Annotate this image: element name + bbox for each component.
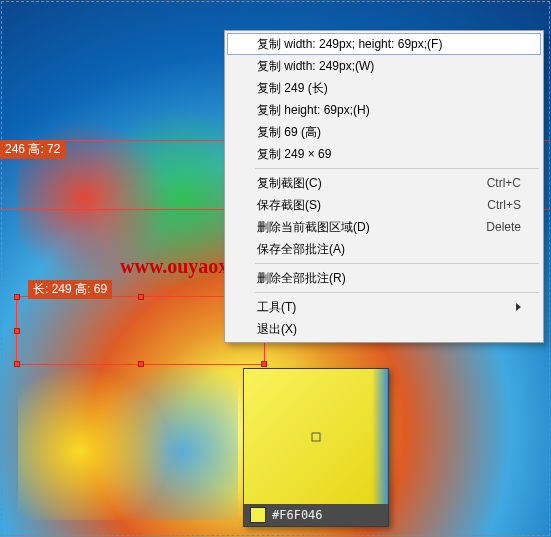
- menu-save-shot[interactable]: 保存截图(S)Ctrl+S: [227, 194, 541, 216]
- color-swatch: [250, 507, 266, 523]
- menu-copy-shot[interactable]: 复制截图(C)Ctrl+C: [227, 172, 541, 194]
- menu-copy-height[interactable]: 复制 height: 69px;(H): [227, 99, 541, 121]
- menu-save-all-annot[interactable]: 保存全部批注(A): [227, 238, 541, 260]
- menu-tools[interactable]: 工具(T): [227, 296, 541, 318]
- menu-exit[interactable]: 退出(X): [227, 318, 541, 340]
- menu-separator: [255, 292, 539, 293]
- menu-separator: [255, 168, 539, 169]
- menu-copy-wh[interactable]: 复制 width: 249px; height: 69px;(F): [227, 33, 541, 55]
- crosshair-icon: [312, 432, 321, 441]
- context-menu[interactable]: 复制 width: 249px; height: 69px;(F) 复制 wid…: [224, 30, 544, 343]
- menu-separator: [255, 263, 539, 264]
- zoom-edge: [372, 369, 388, 504]
- submenu-arrow-icon: [516, 303, 521, 311]
- resize-handle-ml[interactable]: [14, 328, 20, 334]
- resize-handle-br[interactable]: [261, 361, 267, 367]
- resize-handle-mt[interactable]: [138, 294, 144, 300]
- resize-handle-bl[interactable]: [14, 361, 20, 367]
- menu-copy-heightval[interactable]: 复制 69 (高): [227, 121, 541, 143]
- color-hex: #F6F046: [272, 508, 323, 522]
- menu-copy-dims[interactable]: 复制 249 × 69: [227, 143, 541, 165]
- color-picker-panel[interactable]: #F6F046: [243, 368, 389, 527]
- size-badge-top: 246 高: 72: [0, 140, 65, 159]
- menu-copy-width[interactable]: 复制 width: 249px;(W): [227, 55, 541, 77]
- menu-delete-all-annot[interactable]: 删除全部批注(R): [227, 267, 541, 289]
- color-zoom-area: [244, 369, 388, 504]
- resize-handle-tl[interactable]: [14, 294, 20, 300]
- size-badge-bottom: 长: 249 高: 69: [28, 280, 112, 299]
- desktop-background: www.ouyaoxiazai.com 246 高: 72 长: 249 高: …: [0, 0, 551, 537]
- resize-handle-mb[interactable]: [138, 361, 144, 367]
- menu-delete-region[interactable]: 删除当前截图区域(D)Delete: [227, 216, 541, 238]
- menu-copy-length[interactable]: 复制 249 (长): [227, 77, 541, 99]
- color-info-row: #F6F046: [244, 504, 388, 526]
